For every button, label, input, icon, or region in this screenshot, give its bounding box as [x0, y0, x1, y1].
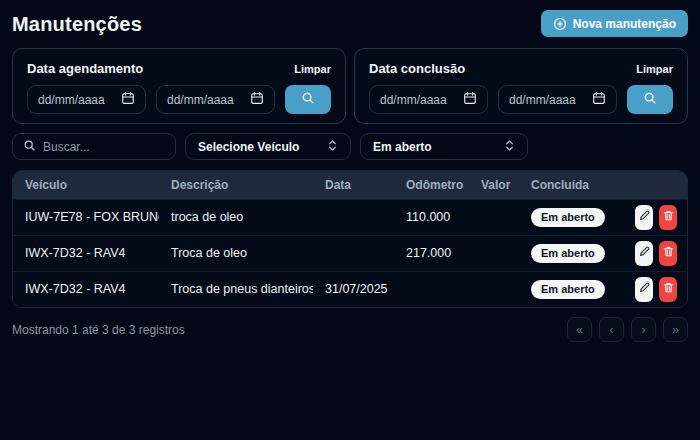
calendar-icon[interactable]	[121, 91, 135, 109]
cell-vehicle: IWX-7D32 - RAV4	[13, 235, 159, 271]
previous-page-button[interactable]: ‹	[599, 317, 624, 342]
search-icon	[23, 138, 36, 156]
scheduling-date-to-field[interactable]	[156, 85, 275, 114]
scheduling-search-button[interactable]	[285, 85, 331, 114]
table-footer: Mostrando 1 até 3 de 3 registros « ‹ › »	[12, 317, 688, 342]
completion-date-from-input[interactable]	[380, 93, 460, 107]
status-select[interactable]: Em aberto	[360, 133, 528, 160]
cell-vehicle: IUW-7E78 - FOX BRUNo	[13, 199, 159, 235]
cell-value	[469, 235, 519, 271]
table-row: IWX-7D32 - RAV4 Troca de pneus dianteiro…	[13, 271, 687, 307]
table-row: IUW-7E78 - FOX BRUNo troca de oleo 110.0…	[13, 199, 687, 235]
calendar-icon[interactable]	[250, 91, 264, 109]
chevron-up-down-icon	[327, 138, 338, 156]
cell-actions	[623, 271, 687, 307]
column-header-vehicle: Veículo	[13, 171, 159, 199]
cell-value	[469, 199, 519, 235]
records-summary: Mostrando 1 até 3 de 3 registros	[12, 323, 185, 337]
cell-description: troca de oleo	[159, 199, 313, 235]
maintenance-table: Veículo Descrição Data Odômetro Valor Co…	[12, 170, 688, 308]
column-header-actions	[623, 171, 687, 199]
search-input[interactable]	[43, 140, 165, 154]
vehicle-select[interactable]: Selecione Veículo	[185, 133, 351, 160]
calendar-icon[interactable]	[463, 91, 477, 109]
first-page-button[interactable]: «	[567, 317, 592, 342]
column-header-description: Descrição	[159, 171, 313, 199]
chevron-up-down-icon	[504, 138, 515, 156]
status-badge: Em aberto	[531, 244, 605, 263]
new-maintenance-button[interactable]: Nova manutenção	[541, 10, 688, 37]
completion-date-label: Data conclusão	[369, 61, 465, 76]
pencil-icon	[638, 245, 651, 261]
scheduling-clear-button[interactable]: Limpar	[294, 63, 331, 75]
completion-inputs	[369, 85, 673, 114]
column-header-odometer: Odômetro	[394, 171, 469, 199]
row-actions	[635, 205, 677, 230]
cell-actions	[623, 199, 687, 235]
vehicle-select-value: Selecione Veículo	[198, 140, 299, 154]
cell-actions	[623, 235, 687, 271]
cell-date: 31/07/2025	[313, 271, 394, 307]
plus-circle-icon	[553, 17, 567, 31]
scheduling-date-from-input[interactable]	[38, 93, 118, 107]
filter-row: Data agendamento Limpar	[12, 48, 688, 124]
completion-date-from-field[interactable]	[369, 85, 488, 114]
trash-icon	[662, 209, 675, 225]
scheduling-date-to-input[interactable]	[167, 93, 247, 107]
status-select-value: Em aberto	[373, 140, 432, 154]
maintenance-page: Manutenções Nova manutenção Data agendam…	[0, 0, 700, 342]
cell-description: Troca de pneus dianteiros	[159, 271, 313, 307]
search-icon	[643, 91, 657, 108]
edit-button[interactable]	[635, 277, 653, 302]
delete-button[interactable]	[659, 277, 677, 302]
status-badge: Em aberto	[531, 280, 605, 299]
search-icon	[301, 91, 315, 108]
edit-button[interactable]	[635, 241, 653, 266]
cell-odometer: 217.000	[394, 235, 469, 271]
cell-date	[313, 235, 394, 271]
cell-value	[469, 271, 519, 307]
next-page-button[interactable]: ›	[631, 317, 656, 342]
table-header-row: Veículo Descrição Data Odômetro Valor Co…	[13, 171, 687, 199]
column-header-value: Valor	[469, 171, 519, 199]
last-page-button[interactable]: »	[663, 317, 688, 342]
cell-odometer: 110.000	[394, 199, 469, 235]
column-header-date: Data	[313, 171, 394, 199]
search-box[interactable]	[12, 133, 176, 160]
status-badge: Em aberto	[531, 208, 605, 227]
scheduling-inputs	[27, 85, 331, 114]
pencil-icon	[638, 209, 651, 225]
delete-button[interactable]	[659, 241, 677, 266]
new-maintenance-label: Nova manutenção	[573, 17, 676, 31]
cell-status: Em aberto	[519, 235, 623, 271]
scheduling-date-from-field[interactable]	[27, 85, 146, 114]
table-row: IWX-7D32 - RAV4 Troca de oleo 217.000 Em…	[13, 235, 687, 271]
scheduling-date-label: Data agendamento	[27, 61, 143, 76]
scheduling-date-panel: Data agendamento Limpar	[12, 48, 346, 124]
completion-panel-head: Data conclusão Limpar	[369, 61, 673, 76]
page-title: Manutenções	[12, 10, 142, 36]
scheduling-panel-head: Data agendamento Limpar	[27, 61, 331, 76]
pencil-icon	[638, 281, 651, 297]
edit-button[interactable]	[635, 205, 653, 230]
pagination: « ‹ › »	[567, 317, 688, 342]
delete-button[interactable]	[659, 205, 677, 230]
cell-odometer	[394, 271, 469, 307]
cell-date	[313, 199, 394, 235]
trash-icon	[662, 281, 675, 297]
toolbar: Selecione Veículo Em aberto	[12, 133, 688, 160]
column-header-completed: Concluída	[519, 171, 623, 199]
cell-description: Troca de oleo	[159, 235, 313, 271]
row-actions	[635, 241, 677, 266]
cell-vehicle: IWX-7D32 - RAV4	[13, 271, 159, 307]
row-actions	[635, 277, 677, 302]
completion-date-to-field[interactable]	[498, 85, 617, 114]
completion-search-button[interactable]	[627, 85, 673, 114]
cell-status: Em aberto	[519, 271, 623, 307]
trash-icon	[662, 245, 675, 261]
cell-status: Em aberto	[519, 199, 623, 235]
calendar-icon[interactable]	[592, 91, 606, 109]
completion-clear-button[interactable]: Limpar	[636, 63, 673, 75]
completion-date-to-input[interactable]	[509, 93, 589, 107]
completion-date-panel: Data conclusão Limpar	[354, 48, 688, 124]
